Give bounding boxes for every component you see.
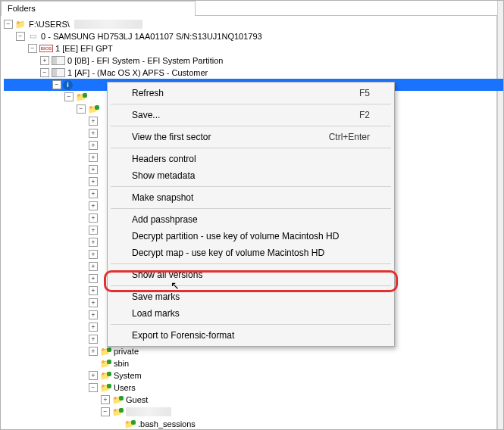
- expand-icon[interactable]: +: [89, 310, 98, 319]
- cm-headers[interactable]: Headers control: [109, 151, 393, 167]
- cm-shortcut: F5: [359, 88, 370, 98]
- bios-icon: BIOS: [39, 45, 53, 52]
- cm-refresh[interactable]: Refresh F5: [109, 85, 393, 101]
- tree-node-guest[interactable]: + 📁 Guest: [4, 394, 503, 406]
- cm-label: Show all versions: [132, 270, 202, 280]
- cursor-icon: ↖: [171, 279, 180, 291]
- folder-icon: 📁: [124, 419, 136, 429]
- cm-label: Decrypt partition - use key of volume Ma…: [132, 231, 339, 241]
- expand-icon[interactable]: +: [89, 201, 98, 210]
- collapse-icon[interactable]: −: [16, 32, 25, 41]
- cm-save-marks[interactable]: Save marks: [109, 288, 393, 305]
- redacted: [74, 20, 142, 29]
- collapse-icon[interactable]: −: [101, 407, 110, 416]
- cm-label: View the first sector: [132, 132, 211, 142]
- expand-icon[interactable]: +: [89, 250, 98, 259]
- redacted: [126, 407, 171, 416]
- collapse-icon[interactable]: −: [77, 104, 86, 114]
- cm-separator: [111, 324, 391, 325]
- cm-separator: [111, 186, 391, 187]
- tree-node-private[interactable]: + 📁 private: [4, 345, 503, 357]
- tree-label: 0 [0B] - EFI System - EFI System Partiti…: [67, 55, 227, 67]
- folder-icon: 📁: [99, 382, 111, 393]
- expand-icon[interactable]: +: [89, 117, 98, 126]
- cm-label: Show metadata: [132, 170, 195, 181]
- expand-icon[interactable]: +: [89, 286, 98, 295]
- leaf-spacer: [113, 419, 122, 428]
- tree-node-sbin[interactable]: 📁 sbin: [4, 357, 503, 369]
- expand-icon[interactable]: +: [89, 371, 98, 380]
- collapse-icon[interactable]: −: [89, 383, 98, 392]
- expand-icon[interactable]: +: [89, 165, 98, 174]
- expand-icon[interactable]: +: [89, 335, 98, 344]
- expand-icon[interactable]: +: [101, 395, 110, 404]
- folder-icon: 📁: [111, 394, 124, 405]
- cm-label: Headers control: [132, 154, 196, 164]
- disk-icon: ▭: [27, 31, 39, 42]
- folder-icon: 📁: [99, 346, 111, 357]
- collapse-icon[interactable]: −: [28, 44, 37, 53]
- cm-decrypt-map[interactable]: Decrypt map - use key of volume Macintos…: [109, 245, 393, 261]
- tab-bar: Folders: [1, 1, 503, 16]
- cm-shortcut: F2: [359, 110, 370, 120]
- tree-node-bash-sessions[interactable]: 📁 .bash_sessions: [4, 418, 503, 430]
- cm-export[interactable]: Export to Forensic-format: [109, 327, 393, 344]
- cm-separator: [111, 208, 391, 209]
- expand-icon[interactable]: +: [40, 56, 49, 65]
- tree-node-efi-gpt[interactable]: − BIOS 1 [EE] EFI GPT: [4, 42, 503, 55]
- tree-node-user-redacted[interactable]: − 📁: [4, 406, 503, 418]
- expand-icon[interactable]: +: [89, 238, 98, 247]
- cm-shortcut: Ctrl+Enter: [329, 132, 370, 142]
- expand-icon[interactable]: +: [89, 153, 98, 162]
- collapse-icon[interactable]: −: [52, 80, 61, 89]
- expand-icon[interactable]: +: [89, 298, 98, 307]
- tree-node-apfs[interactable]: − 1 [AF] - (Mac OS X) APFS - Customer: [4, 67, 503, 79]
- expand-icon[interactable]: +: [89, 177, 98, 186]
- expand-icon[interactable]: +: [89, 129, 98, 138]
- folder-icon: 📁: [99, 370, 111, 381]
- expand-icon[interactable]: +: [89, 274, 98, 283]
- tree-label: 0 - SAMSUNG HD753LJ 1AA01107 S/N:S13UJ1N…: [41, 30, 267, 42]
- context-menu[interactable]: Refresh F5 Save... F2 View the first sec…: [107, 82, 395, 347]
- tree-node-drive[interactable]: − ▭ 0 - SAMSUNG HD753LJ 1AA01107 S/N:S13…: [4, 30, 503, 42]
- cm-decrypt-partition[interactable]: Decrypt partition - use key of volume Ma…: [109, 228, 393, 245]
- expand-icon[interactable]: +: [89, 322, 98, 332]
- cm-load-marks[interactable]: Load marks: [109, 305, 393, 322]
- cm-metadata[interactable]: Show metadata: [109, 167, 393, 184]
- tree-node-efi-sys[interactable]: + 0 [0B] - EFI System - EFI System Parti…: [4, 55, 503, 67]
- tab-folders[interactable]: Folders: [1, 1, 196, 16]
- tree-root[interactable]: − 📁 F:\USERS\: [4, 18, 503, 30]
- cm-label: Save...: [132, 110, 160, 120]
- expand-icon[interactable]: +: [89, 226, 98, 235]
- cm-show-versions[interactable]: Show all versions: [109, 266, 393, 283]
- tree-label: .bash_sessions: [138, 418, 200, 430]
- tree-label: Users: [114, 382, 140, 394]
- cm-label: Export to Forensic-format: [132, 330, 234, 341]
- leaf-spacer: [89, 359, 98, 368]
- expand-icon[interactable]: +: [89, 189, 98, 198]
- collapse-icon[interactable]: −: [4, 20, 13, 29]
- cm-passphrase[interactable]: Add passhprase: [109, 211, 393, 228]
- tree-label: private: [114, 345, 143, 357]
- collapse-icon[interactable]: −: [64, 92, 74, 101]
- cm-separator: [111, 104, 391, 104]
- tree-node-users[interactable]: − 📁 Users: [4, 382, 503, 394]
- expand-icon[interactable]: +: [89, 262, 98, 271]
- tree-label: 1 [AF] - (Mac OS X) APFS - Customer: [67, 67, 212, 79]
- cm-label: Load marks: [132, 308, 180, 319]
- cm-view-sector[interactable]: View the first sector Ctrl+Enter: [109, 129, 393, 145]
- expand-icon[interactable]: +: [89, 213, 98, 223]
- collapse-icon[interactable]: −: [40, 68, 49, 77]
- cm-separator: [111, 263, 391, 264]
- cm-separator: [111, 148, 391, 148]
- folder-icon: 📁: [14, 19, 27, 30]
- expand-icon[interactable]: +: [89, 141, 98, 150]
- tree-label: Guest: [126, 394, 152, 406]
- cm-snapshot[interactable]: Make snapshot: [109, 189, 393, 206]
- expand-icon[interactable]: +: [89, 347, 98, 356]
- tree-label: sbin: [114, 357, 133, 369]
- tree-node-system[interactable]: + 📁 System: [4, 369, 503, 382]
- cm-separator: [111, 126, 391, 126]
- tree-label: F:\USERS\: [29, 18, 74, 30]
- cm-save[interactable]: Save... F2: [109, 107, 393, 123]
